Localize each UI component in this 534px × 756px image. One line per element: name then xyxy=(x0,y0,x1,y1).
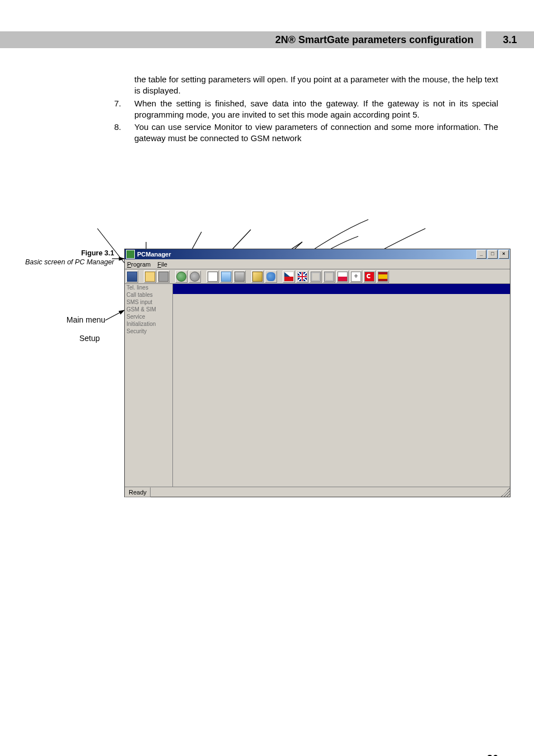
sidebar-item-tel-lines[interactable]: Tel. lines xyxy=(125,284,172,291)
connect-icon xyxy=(176,272,186,282)
disconnect-icon xyxy=(190,272,200,282)
toolbar-monitoring[interactable] xyxy=(265,270,277,283)
toolbar-open[interactable] xyxy=(144,270,156,283)
figure-caption: Figure 3.1 Basic screen of PC Manager xyxy=(16,249,114,267)
menu-file[interactable]: File xyxy=(157,261,167,268)
sidebar-item-security[interactable]: Security xyxy=(125,328,172,335)
sidebar-item-gsm-sim[interactable]: GSM & SIM xyxy=(125,306,172,313)
menu-bar: Program File xyxy=(125,259,510,269)
toolbar-lang-pl[interactable] xyxy=(336,270,349,283)
flag-cz-icon xyxy=(284,272,293,281)
flag-gray-icon xyxy=(311,272,321,282)
toolbar-lang-uk[interactable] xyxy=(296,270,308,283)
save-icon xyxy=(158,272,168,282)
toolbar-default-new[interactable] xyxy=(207,270,219,283)
minimize-button[interactable]: _ xyxy=(476,250,486,259)
status-bar: Ready xyxy=(125,487,510,497)
list-number: 7. xyxy=(114,98,121,109)
client-area: Tel. lines Call tables SMS input GSM & S… xyxy=(125,284,510,487)
close-button[interactable]: × xyxy=(499,250,509,259)
load-icon xyxy=(221,272,231,282)
app-icon xyxy=(126,250,135,259)
maximize-button[interactable]: □ xyxy=(488,250,498,259)
flag-pl-icon xyxy=(338,272,348,282)
sidebar-item-call-tables[interactable]: Call tables xyxy=(125,291,172,298)
toolbar-lang-plus[interactable] xyxy=(350,270,362,283)
flag-gray-icon xyxy=(324,272,334,282)
content-header-bar xyxy=(173,284,510,294)
sidebar-item-sms-input[interactable]: SMS input xyxy=(125,298,172,306)
sidebar-item-service[interactable]: Service xyxy=(125,313,172,320)
toolbar-load-gateway[interactable] xyxy=(220,270,232,283)
toolbar-lang-4[interactable] xyxy=(323,270,335,283)
list-number: 8. xyxy=(114,122,121,133)
status-text: Ready xyxy=(125,487,151,497)
callout-setup: Setup xyxy=(73,334,106,344)
list-text: You can use service Monitor to view para… xyxy=(134,122,498,143)
section-header: 2N® SmartGate parameters configuration 3… xyxy=(0,31,534,48)
header-title: 2N® SmartGate parameters configuration xyxy=(22,31,481,48)
upgrade-icon xyxy=(252,272,263,282)
toolbar-lang-3[interactable] xyxy=(310,270,322,283)
flag-tr-icon xyxy=(364,272,374,282)
new-icon xyxy=(208,272,218,282)
figure-text: Basic screen of PC Manager xyxy=(25,258,114,266)
toolbar-connect[interactable] xyxy=(175,270,188,283)
flag-uk-icon xyxy=(298,272,307,281)
figure-number: Figure 3.1 xyxy=(16,249,114,258)
content-pane xyxy=(173,284,510,487)
list-item-8: 8. You can use service Monitor to view p… xyxy=(134,122,498,144)
app-window: PCManager _ □ × Program File xyxy=(124,249,510,497)
toolbar-lang-cz[interactable] xyxy=(283,270,295,283)
toolbar-lang-tr[interactable] xyxy=(363,270,376,283)
monitor-icon xyxy=(266,272,275,281)
sidebar-item-initialization[interactable]: Initialization xyxy=(125,320,172,328)
list-item-7: 7. When the setting is finished, save da… xyxy=(134,98,498,121)
svg-line-7 xyxy=(105,310,124,320)
page-number: 26 xyxy=(487,753,498,756)
toolbar-save-disc[interactable] xyxy=(157,270,170,283)
body-text: the table for setting parameters will op… xyxy=(134,74,498,144)
toolbar-lang-es[interactable] xyxy=(377,270,389,283)
toolbar-save-gateway[interactable] xyxy=(233,270,246,283)
toolbar xyxy=(125,269,510,284)
header-section-number: 3.1 xyxy=(486,31,534,48)
resize-grip-icon[interactable] xyxy=(501,488,510,497)
savegw-icon xyxy=(235,272,245,282)
menu-program[interactable]: Program xyxy=(127,261,151,268)
setup-icon xyxy=(127,272,137,282)
window-title: PCManager xyxy=(137,251,171,258)
open-icon xyxy=(145,272,155,282)
flag-plus-icon xyxy=(351,272,361,282)
flag-es-icon xyxy=(378,272,388,282)
window-titlebar[interactable]: PCManager _ □ × xyxy=(125,249,510,259)
callout-main-menu: Main menu xyxy=(49,315,105,325)
toolbar-upgrade[interactable] xyxy=(251,270,264,283)
toolbar-setup[interactable] xyxy=(126,270,138,283)
sidebar-main-menu: Tel. lines Call tables SMS input GSM & S… xyxy=(125,284,173,487)
paragraph-cont: the table for setting parameters will op… xyxy=(134,74,498,97)
header-gutter xyxy=(0,31,22,48)
toolbar-disconnect[interactable] xyxy=(189,270,201,283)
list-text: When the setting is finished, save data … xyxy=(134,99,498,119)
